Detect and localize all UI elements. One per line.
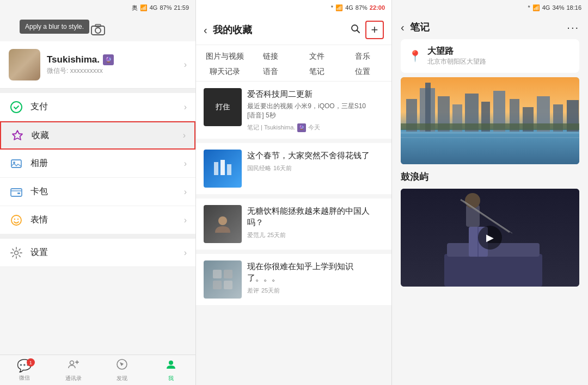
divider-2: [0, 234, 195, 239]
settings-section: 设置 ›: [0, 239, 195, 267]
nav-wechat-badge: 1: [27, 358, 35, 367]
article-body-1: 爱否科技周二更新 最近要出的视频 小米9，iQOO，三星S10[语音] 5秒 笔…: [247, 88, 384, 132]
emoji-icon: [9, 213, 24, 228]
filter-images[interactable]: 图片与视频: [205, 52, 245, 61]
svg-rect-23: [224, 281, 232, 289]
svg-point-8: [11, 215, 21, 225]
network-label: 4G: [150, 4, 158, 11]
article-meta-2: 国民经略 16天前: [247, 164, 384, 172]
svg-rect-20: [213, 270, 222, 278]
city-image: [401, 77, 579, 164]
p2-bt-icon: *: [331, 4, 333, 11]
tooltip: Apply a blur to style.: [20, 20, 89, 34]
profile-section[interactable]: Tsukishima. 🔮 微信号: xxxxxxxxxx ›: [0, 41, 195, 89]
article-meta-1: 笔记 | Tsukishima. 🔮 今天: [247, 123, 384, 132]
wallet-label: 卡包: [30, 186, 184, 197]
p2-search-icon[interactable]: [350, 23, 361, 37]
p3-bt-icon: *: [528, 4, 530, 11]
article-body-3: 无糖饮料能拯救越来越胖的中国人吗？ 爱范儿 25天前: [247, 205, 384, 243]
filter-links[interactable]: 链接: [250, 52, 291, 61]
filter-location[interactable]: 位置: [342, 67, 383, 77]
pay-label: 支付: [30, 101, 184, 113]
location-card[interactable]: 📍 大望路 北京市朝阳区大望路: [401, 39, 579, 73]
nav-me-label: 我: [168, 375, 174, 382]
nav-wechat[interactable]: 💬 微信 1: [0, 355, 49, 385]
filter-voice[interactable]: 语音: [250, 67, 291, 77]
album-icon: [9, 156, 24, 171]
nav-contacts[interactable]: 通讯录: [49, 355, 98, 385]
settings-label: 设置: [30, 247, 184, 258]
nav-discover-label: 发现: [117, 375, 127, 382]
svg-point-11: [15, 251, 19, 254]
location-info: 大望路 北京市朝阳区大望路: [427, 46, 486, 66]
p2-time: 22:00: [370, 4, 385, 11]
note-title: 鼓浪屿: [401, 171, 579, 183]
spacer: [0, 267, 195, 355]
status-bar-3: * 📶 4G 34% 18:16: [392, 0, 588, 15]
signal-icon: 奥: [132, 4, 138, 12]
article-title-3: 无糖饮料能拯救越来越胖的中国人吗？: [247, 205, 384, 228]
p3-more-button[interactable]: ···: [567, 21, 579, 34]
svg-point-3: [11, 102, 22, 113]
collect-arrow: ›: [183, 131, 186, 140]
menu-item-collect[interactable]: 收藏 ›: [0, 121, 195, 150]
avatar: [9, 49, 40, 80]
p3-signal: 📶: [532, 4, 540, 11]
menu-item-album[interactable]: 相册 ›: [0, 150, 195, 178]
article-meta-4: 差评 25天前: [247, 287, 384, 295]
article-thumb-4: [204, 260, 242, 299]
p3-header: ‹ 笔记 ···: [392, 15, 588, 39]
filter-files[interactable]: 文件: [297, 52, 337, 61]
profile-name: Tsukishima.: [47, 54, 100, 65]
svg-rect-16: [214, 162, 218, 175]
panel-notes: * 📶 4G 34% 18:16 ‹ 笔记 ··· 📍 大望路 北京市朝阳区大望…: [392, 0, 588, 385]
svg-point-19: [218, 216, 227, 225]
nav-wechat-label: 微信: [19, 374, 30, 382]
article-thumb-1: 打住: [204, 88, 242, 126]
article-item[interactable]: 现在你很难在知乎上学到知识了。。。 差评 25天前: [196, 254, 391, 305]
svg-point-1: [95, 28, 101, 33]
article-meta-3: 爱范儿 25天前: [247, 231, 384, 239]
subway-image-container: ▶: [401, 189, 579, 287]
svg-rect-2: [95, 24, 101, 27]
menu-item-emoji[interactable]: 表情 ›: [0, 206, 195, 234]
panel-favorites: * 📶 4G 87% 22:00 ‹ 我的收藏 + 图片与视频 链接 文件 音乐…: [196, 0, 392, 385]
camera-icon[interactable]: [88, 20, 108, 39]
svg-point-14: [169, 361, 173, 365]
article-title-2: 这个春节，大家突然不舍得花钱了: [247, 150, 384, 161]
divider-1: [0, 89, 195, 93]
p2-back-button[interactable]: ‹: [204, 24, 207, 36]
svg-rect-21: [224, 270, 232, 278]
article-sub-1: 最近要出的视频 小米9，iQOO，三星S10[语音] 5秒: [247, 102, 384, 120]
article-body-4: 现在你很难在知乎上学到知识了。。。 差评 25天前: [247, 260, 384, 299]
filter-chat[interactable]: 聊天记录: [205, 67, 245, 77]
article-item[interactable]: 无糖饮料能拯救越来越胖的中国人吗？ 爱范儿 25天前: [196, 198, 391, 250]
article-title-4: 现在你很难在知乎上学到知识了。。。: [247, 260, 384, 283]
p2-add-button[interactable]: +: [365, 21, 384, 39]
profile-badge-icon: 🔮: [103, 54, 114, 65]
article-item[interactable]: 打住 爱否科技周二更新 最近要出的视频 小米9，iQOO，三星S10[语音] 5…: [196, 82, 391, 139]
profile-id: 微信号: xxxxxxxxxx: [47, 66, 177, 76]
filter-notes[interactable]: 笔记: [297, 67, 337, 77]
panel-wechat-me: 奥 📶 4G 87% 21:59 Tsukishima. 🔮 微信号: xxxx…: [0, 0, 196, 385]
article-item[interactable]: 这个春节，大家突然不舍得花钱了 国民经略 16天前: [196, 143, 391, 194]
menu-item-settings[interactable]: 设置 ›: [0, 239, 195, 267]
p2-signal: 📶: [335, 4, 343, 11]
settings-arrow: ›: [184, 248, 187, 258]
menu-item-pay[interactable]: 支付 ›: [0, 93, 195, 121]
svg-rect-17: [220, 160, 225, 175]
article-title-1: 爱否科技周二更新: [247, 88, 384, 100]
svg-rect-40: [401, 132, 579, 134]
play-button[interactable]: ▶: [478, 226, 502, 250]
menu-item-wallet[interactable]: 卡包 ›: [0, 178, 195, 206]
article-thumb-2: [204, 150, 242, 188]
nav-discover[interactable]: 发现: [98, 355, 147, 385]
nav-me[interactable]: 我: [146, 355, 195, 385]
settings-icon: [9, 245, 24, 260]
p3-back-button[interactable]: ‹: [401, 21, 405, 34]
filter-music[interactable]: 音乐: [342, 52, 383, 61]
svg-rect-41: [401, 137, 579, 138]
status-bar-2: * 📶 4G 87% 22:00: [196, 0, 391, 15]
wallet-arrow: ›: [184, 187, 187, 197]
city-image-container: [401, 77, 579, 164]
